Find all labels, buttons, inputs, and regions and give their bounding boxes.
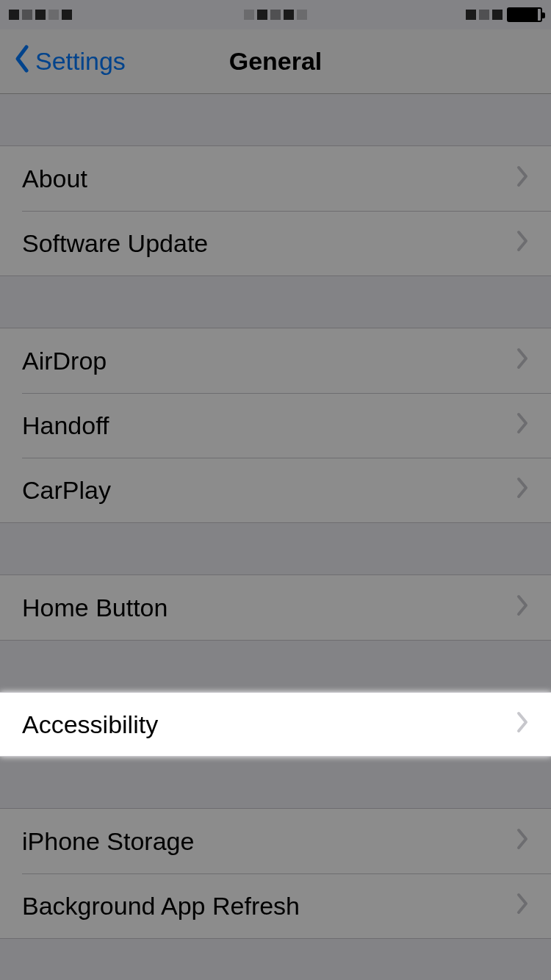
group-about: About Software Update [0, 145, 551, 276]
group-spacer [0, 94, 551, 145]
row-label: iPhone Storage [22, 827, 194, 856]
battery-icon [507, 7, 542, 22]
chevron-right-icon [516, 827, 529, 856]
battery-indicator [466, 10, 503, 20]
row-handoff[interactable]: Handoff [0, 393, 551, 458]
group-storage: iPhone Storage Background App Refresh [0, 808, 551, 939]
row-carplay[interactable]: CarPlay [0, 458, 551, 522]
chevron-right-icon [516, 710, 529, 739]
chevron-right-icon [516, 165, 529, 193]
status-right [466, 7, 542, 22]
group-spacer [0, 641, 551, 692]
chevron-right-icon [516, 229, 529, 258]
row-airdrop[interactable]: AirDrop [0, 328, 551, 393]
group-spacer [0, 523, 551, 574]
chevron-right-icon [516, 476, 529, 505]
row-label: About [22, 165, 87, 193]
group-spacer [0, 276, 551, 328]
group-spacer [0, 757, 551, 808]
row-label: AirDrop [22, 347, 107, 375]
row-label: Handoff [22, 411, 109, 440]
back-button[interactable]: Settings [0, 44, 126, 79]
signal-indicator [9, 10, 72, 20]
status-bar [0, 0, 551, 29]
row-label: Home Button [22, 594, 168, 622]
row-about[interactable]: About [0, 146, 551, 211]
row-iphone-storage[interactable]: iPhone Storage [0, 809, 551, 873]
row-label: Accessibility [22, 710, 158, 739]
row-accessibility[interactable]: Accessibility [0, 692, 551, 757]
chevron-right-icon [516, 594, 529, 622]
row-software-update[interactable]: Software Update [0, 211, 551, 275]
chevron-right-icon [516, 892, 529, 920]
nav-bar: Settings General [0, 29, 551, 94]
clock [244, 10, 307, 20]
row-label: Background App Refresh [22, 892, 300, 920]
row-background-app-refresh[interactable]: Background App Refresh [0, 873, 551, 938]
page-title: General [229, 47, 323, 76]
row-label: Software Update [22, 229, 208, 258]
group-home-button: Home Button [0, 574, 551, 641]
status-left [9, 10, 72, 20]
row-label: CarPlay [22, 476, 111, 505]
chevron-right-icon [516, 347, 529, 375]
back-label: Settings [35, 47, 126, 76]
row-home-button[interactable]: Home Button [0, 575, 551, 640]
chevron-right-icon [516, 411, 529, 440]
group-airdrop: AirDrop Handoff CarPlay [0, 328, 551, 523]
chevron-left-icon [13, 44, 31, 79]
status-center [244, 10, 307, 20]
